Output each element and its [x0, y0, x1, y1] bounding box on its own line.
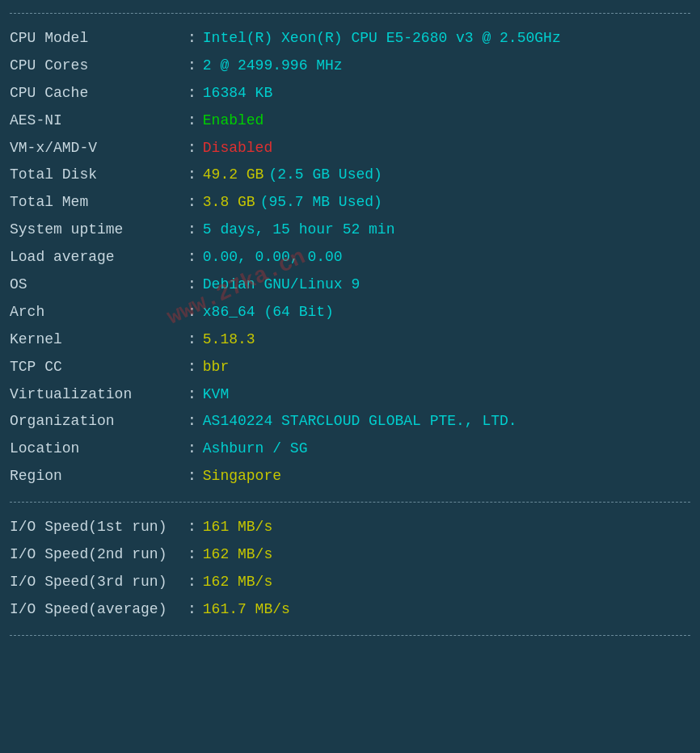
middle-divider: [10, 502, 690, 503]
system-info-section: CPU Model : Intel(R) Xeon(R) CPU E5-2680…: [10, 20, 690, 495]
row-kernel: Kernel : 5.18.3: [10, 326, 690, 354]
row-os: OS : Debian GNU/Linux 9: [10, 271, 690, 299]
row-io-speed-1: I/O Speed(1st run) : 161 MB/s: [10, 514, 690, 541]
value-io-speed-1: 161 MB/s: [203, 516, 272, 539]
colon-region: :: [188, 465, 196, 488]
colon-load-average: :: [188, 246, 196, 269]
colon-tcp-cc: :: [188, 356, 196, 379]
row-arch: Arch : x86_64 (64 Bit): [10, 299, 690, 326]
label-system-uptime: System uptime: [10, 219, 188, 242]
value-virtualization: KVM: [203, 384, 229, 406]
value-load-average: 0.00, 0.00, 0.00: [203, 246, 343, 269]
colon-io-speed-2: :: [188, 544, 196, 566]
row-load-average: Load average : 0.00, 0.00, 0.00: [10, 244, 690, 271]
bottom-divider: [10, 635, 690, 636]
label-virtualization: Virtualization: [10, 384, 188, 406]
label-os: OS: [10, 274, 188, 297]
row-cpu-model: CPU Model : Intel(R) Xeon(R) CPU E5-2680…: [10, 25, 690, 53]
row-vm-x: VM-x/AMD-V : Disabled: [10, 135, 690, 162]
row-cpu-cache: CPU Cache : 16384 KB: [10, 80, 690, 107]
colon-arch: :: [188, 301, 196, 324]
row-io-speed-avg: I/O Speed(average) : 161.7 MB/s: [10, 596, 690, 624]
colon-io-speed-avg: :: [188, 599, 196, 621]
value-cpu-model: Intel(R) Xeon(R) CPU E5-2680 v3 @ 2.50GH…: [203, 27, 561, 50]
colon-total-disk: :: [188, 164, 196, 187]
label-region: Region: [10, 465, 188, 488]
value-arch: x86_64 (64 Bit): [203, 301, 334, 324]
label-cpu-cache: CPU Cache: [10, 82, 188, 105]
colon-kernel: :: [188, 329, 196, 351]
value-cpu-cache: 16384 KB: [203, 82, 272, 105]
value-total-mem: 3.8 GB (95.7 MB Used): [203, 191, 382, 214]
row-region: Region : Singapore: [10, 463, 690, 490]
label-total-mem: Total Mem: [10, 191, 188, 214]
label-total-disk: Total Disk: [10, 164, 188, 187]
value-total-disk: 49.2 GB (2.5 GB Used): [203, 164, 382, 187]
label-tcp-cc: TCP CC: [10, 356, 188, 379]
label-location: Location: [10, 438, 188, 461]
label-arch: Arch: [10, 301, 188, 324]
value-total-mem-primary: 3.8 GB: [203, 191, 255, 214]
label-io-speed-2: I/O Speed(2nd run): [10, 544, 188, 566]
colon-io-speed-3: :: [188, 571, 196, 594]
colon-os: :: [188, 274, 196, 297]
colon-location: :: [188, 438, 196, 461]
colon-cpu-cores: :: [188, 55, 196, 78]
value-aes-ni: Enabled: [203, 110, 264, 133]
top-divider: [10, 13, 690, 14]
label-organization: Organization: [10, 410, 188, 433]
row-aes-ni: AES-NI : Enabled: [10, 107, 690, 135]
value-organization: AS140224 STARCLOUD GLOBAL PTE., LTD.: [203, 410, 517, 433]
value-cpu-cores: 2 @ 2499.996 MHz: [203, 55, 343, 78]
colon-aes-ni: :: [188, 110, 196, 133]
row-organization: Organization : AS140224 STARCLOUD GLOBAL…: [10, 408, 690, 435]
value-io-speed-2: 162 MB/s: [203, 544, 272, 566]
colon-virtualization: :: [188, 384, 196, 406]
value-io-speed-3: 162 MB/s: [203, 571, 272, 594]
value-region: Singapore: [203, 465, 281, 488]
label-io-speed-3: I/O Speed(3rd run): [10, 571, 188, 594]
value-io-speed-avg: 161.7 MB/s: [203, 599, 290, 621]
row-io-speed-2: I/O Speed(2nd run) : 162 MB/s: [10, 541, 690, 569]
value-total-mem-secondary: (95.7 MB Used): [260, 191, 382, 214]
value-location: Ashburn / SG: [203, 438, 308, 461]
row-total-disk: Total Disk : 49.2 GB (2.5 GB Used): [10, 162, 690, 189]
label-kernel: Kernel: [10, 329, 188, 351]
label-vm-x: VM-x/AMD-V: [10, 137, 188, 160]
row-location: Location : Ashburn / SG: [10, 435, 690, 463]
label-io-speed-1: I/O Speed(1st run): [10, 516, 188, 539]
value-vm-x: Disabled: [203, 137, 272, 160]
main-container: CPU Model : Intel(R) Xeon(R) CPU E5-2680…: [0, 0, 700, 649]
colon-cpu-model: :: [188, 27, 196, 50]
value-os: Debian GNU/Linux 9: [203, 274, 360, 297]
io-speed-section: I/O Speed(1st run) : 161 MB/s I/O Speed(…: [10, 509, 690, 629]
colon-total-mem: :: [188, 191, 196, 214]
row-tcp-cc: TCP CC : bbr: [10, 354, 690, 381]
row-system-uptime: System uptime : 5 days, 15 hour 52 min: [10, 217, 690, 244]
label-cpu-model: CPU Model: [10, 27, 188, 50]
colon-vm-x: :: [188, 137, 196, 160]
value-kernel: 5.18.3: [203, 329, 255, 351]
row-cpu-cores: CPU Cores : 2 @ 2499.996 MHz: [10, 53, 690, 80]
colon-organization: :: [188, 410, 196, 433]
row-io-speed-3: I/O Speed(3rd run) : 162 MB/s: [10, 569, 690, 596]
label-load-average: Load average: [10, 246, 188, 269]
value-tcp-cc: bbr: [203, 356, 229, 379]
colon-io-speed-1: :: [188, 516, 196, 539]
value-system-uptime: 5 days, 15 hour 52 min: [203, 219, 395, 242]
label-aes-ni: AES-NI: [10, 110, 188, 133]
row-total-mem: Total Mem : 3.8 GB (95.7 MB Used): [10, 189, 690, 217]
value-total-disk-primary: 49.2 GB: [203, 164, 264, 187]
label-cpu-cores: CPU Cores: [10, 55, 188, 78]
value-total-disk-secondary: (2.5 GB Used): [268, 164, 382, 187]
colon-system-uptime: :: [188, 219, 196, 242]
label-io-speed-avg: I/O Speed(average): [10, 599, 188, 621]
row-virtualization: Virtualization : KVM: [10, 381, 690, 409]
colon-cpu-cache: :: [188, 82, 196, 105]
